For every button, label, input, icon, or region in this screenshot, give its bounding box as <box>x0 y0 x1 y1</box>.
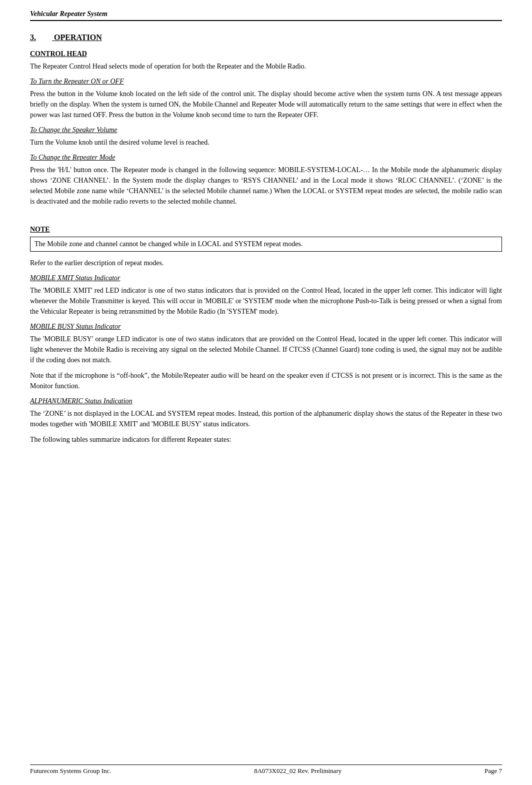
mobile-xmit-body: The 'MOBILE XMIT' red LED indicator is o… <box>30 285 502 317</box>
footer-company: Futurecom Systems Group Inc. <box>30 767 111 775</box>
note-box: The Mobile zone and channel cannot be ch… <box>30 237 502 252</box>
repeater-mode-body: Press the 'H/L' button once. The Repeate… <box>30 165 502 207</box>
note-heading: NOTE <box>30 226 502 234</box>
refer-text: Refer to the earlier description of repe… <box>30 258 502 268</box>
page-container: Vehicular Repeater System 3. OPERATION C… <box>0 0 532 785</box>
mobile-busy-heading: MOBILE BUSY Status Indicator <box>30 323 502 331</box>
turn-on-off-heading: To Turn the Repeater ON or OFF <box>30 78 502 86</box>
speaker-volume-heading: To Change the Speaker Volume <box>30 126 502 134</box>
footer-page: Page 7 <box>484 767 502 775</box>
page-header: Vehicular Repeater System <box>30 10 502 21</box>
section-number: 3. <box>30 33 36 42</box>
repeater-mode-heading: To Change the Repeater Mode <box>30 154 502 162</box>
header-title: Vehicular Repeater System <box>30 10 108 18</box>
speaker-volume-body: Turn the Volume knob until the desired v… <box>30 137 502 148</box>
page-footer: Futurecom Systems Group Inc. 8A073X022_0… <box>30 764 502 775</box>
mobile-xmit-heading: MOBILE XMIT Status Indicator <box>30 274 502 282</box>
alphanumeric-heading: ALPHANUMERIC Status Indication <box>30 397 502 405</box>
mobile-busy-body1: The 'MOBILE BUSY' orange LED indicator i… <box>30 334 502 365</box>
mobile-busy-body2: Note that if the microphone is “off-hook… <box>30 370 502 391</box>
footer-document: 8A073X022_02 Rev. Preliminary <box>254 767 342 775</box>
turn-on-off-body: Press the button in the Volume knob loca… <box>30 89 502 120</box>
section-heading: 3. OPERATION <box>30 33 502 42</box>
control-head-heading: CONTROL HEAD <box>30 50 502 58</box>
alphanumeric-body1: The ‘ZONE’ is not displayed in the LOCAL… <box>30 408 502 429</box>
control-head-intro: The Repeater Control Head selects mode o… <box>30 61 502 72</box>
alphanumeric-body2: The following tables summarize indicator… <box>30 434 502 445</box>
section-title: OPERATION <box>54 33 102 42</box>
